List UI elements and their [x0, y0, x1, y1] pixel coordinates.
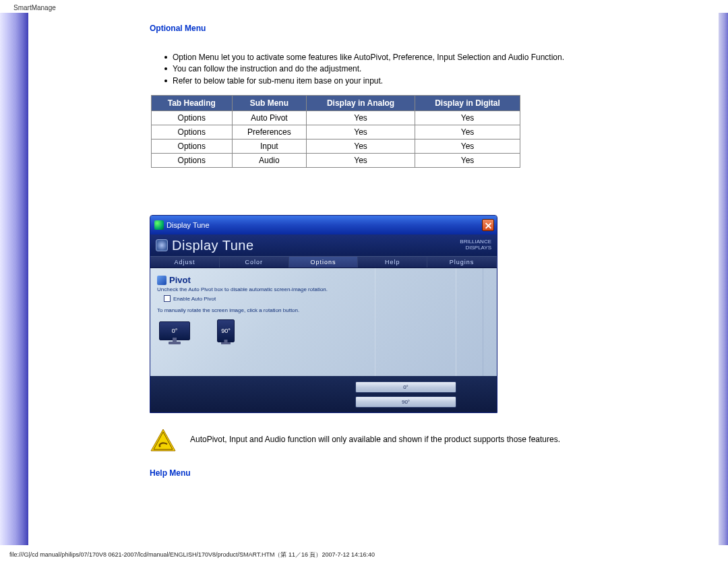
- tab-options[interactable]: Options: [289, 257, 359, 268]
- tab-plugins[interactable]: Plugins: [427, 257, 497, 268]
- help-menu-heading: Help Menu: [150, 468, 608, 478]
- table-row: Options Auto Pivot Yes Yes: [152, 111, 520, 125]
- rotation-90-button[interactable]: 90°: [355, 396, 456, 408]
- bullet-item: Refer to below table for sub-menu item b…: [164, 75, 608, 87]
- rotation-0-thumb[interactable]: 0°: [157, 317, 192, 344]
- tab-color[interactable]: Color: [220, 257, 289, 268]
- pivot-manual-desc: To manually rotate the screen image, cli…: [157, 307, 490, 313]
- decorative-right-bar: [719, 13, 728, 545]
- window-titlebar: Display Tune: [150, 216, 497, 235]
- cell: Yes: [415, 139, 520, 154]
- cell: Yes: [415, 154, 520, 168]
- cell: Preferences: [232, 125, 306, 139]
- bullet-item: Option Menu let you to activate some fea…: [164, 52, 608, 63]
- table-row: Options Input Yes Yes: [152, 139, 520, 154]
- cell: Yes: [415, 111, 520, 125]
- close-icon[interactable]: [482, 219, 494, 231]
- display-tune-window: Display Tune Display Tune BRILLIANCE DIS…: [150, 215, 497, 413]
- rotation-0-button[interactable]: 0°: [355, 381, 456, 393]
- thumb-label: 0°: [172, 327, 178, 334]
- cell: Yes: [307, 125, 415, 139]
- table-row: Options Preferences Yes Yes: [152, 125, 520, 139]
- brand-bar: Display Tune BRILLIANCE DISPLAYS: [150, 235, 497, 256]
- col-sub-menu: Sub Menu: [232, 96, 306, 111]
- col-tab-heading: Tab Heading: [152, 96, 233, 111]
- page-breadcrumb: SmartManage: [0, 0, 728, 13]
- optional-menu-heading: Optional Menu: [150, 24, 608, 33]
- window-title: Display Tune: [166, 221, 210, 229]
- cell: Yes: [307, 154, 415, 168]
- rotation-90-thumb[interactable]: 90°: [208, 317, 243, 344]
- decorative-left-bar: [0, 13, 28, 545]
- enable-auto-pivot-checkbox[interactable]: [164, 295, 171, 302]
- brand-right-line2: DISPLAYS: [465, 245, 491, 251]
- enable-auto-pivot-label: Enable Auto Pivot: [173, 296, 216, 302]
- window-footer: 0° 90°: [150, 376, 497, 412]
- brand-right-text: BRILLIANCE DISPLAYS: [460, 239, 491, 251]
- cell: Input: [232, 139, 306, 154]
- table-row: Options Audio Yes Yes: [152, 154, 520, 168]
- app-icon: [154, 220, 164, 230]
- main-content: Optional Menu Option Menu let you to act…: [28, 13, 615, 545]
- cell: Options: [152, 139, 233, 154]
- thumb-label: 90°: [221, 327, 231, 334]
- options-table: Tab Heading Sub Menu Display in Analog D…: [151, 95, 520, 168]
- svg-point-2: [159, 445, 161, 447]
- tab-adjust[interactable]: Adjust: [150, 257, 220, 268]
- window-body: Pivot Uncheck the Auto Pivot box to disa…: [150, 268, 497, 376]
- pivot-desc: Uncheck the Auto Pivot box to disable au…: [157, 286, 490, 292]
- cell: Yes: [415, 125, 520, 139]
- bullet-item: You can follow the instruction and do th…: [164, 63, 608, 75]
- cell: Auto Pivot: [232, 111, 306, 125]
- pivot-icon: [157, 276, 166, 285]
- cell: Options: [152, 125, 233, 139]
- cell: Options: [152, 154, 233, 168]
- col-display-analog: Display in Analog: [307, 96, 415, 111]
- tab-bar: Adjust Color Options Help Plugins: [150, 256, 497, 268]
- cell: Options: [152, 111, 233, 125]
- brand-icon: [156, 239, 168, 251]
- cell: Yes: [307, 111, 415, 125]
- brand-right-line1: BRILLIANCE: [460, 239, 491, 245]
- cell: Audio: [232, 154, 306, 168]
- brand-text: Display Tune: [172, 238, 254, 253]
- pivot-heading: Pivot: [169, 275, 191, 285]
- cell: Yes: [307, 139, 415, 154]
- warning-icon: [150, 428, 177, 452]
- page-footer-path: file:///G|/cd manual/philips/07/170V8 06…: [0, 545, 728, 562]
- warning-text: AutoPivot, Input and Audio function will…: [190, 428, 560, 444]
- optional-menu-bullets: Option Menu let you to activate some fea…: [164, 52, 608, 87]
- tab-help[interactable]: Help: [358, 257, 427, 268]
- col-display-digital: Display in Digital: [415, 96, 520, 111]
